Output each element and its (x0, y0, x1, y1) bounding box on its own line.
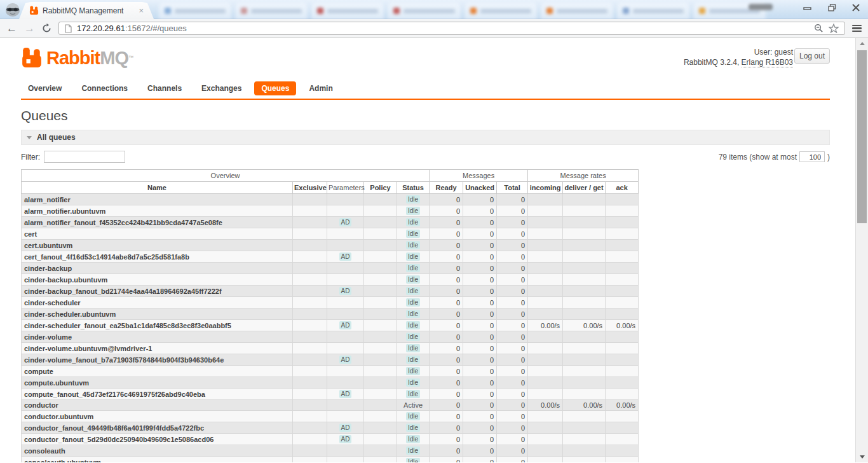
tab-exchanges[interactable]: Exchanges (194, 81, 248, 95)
unacked-cell: 0 (463, 240, 497, 251)
browser-menu-icon[interactable] (852, 25, 862, 32)
queue-name-cell[interactable]: conductor_fanout_5d29d0dc250940b49609c1e… (22, 434, 293, 445)
tab-overview[interactable]: Overview (21, 81, 69, 95)
auto-delete-badge: AD (339, 287, 352, 295)
idle-status-badge: Idle (406, 230, 420, 238)
background-tab[interactable] (311, 3, 384, 19)
restore-button[interactable] (825, 3, 839, 13)
address-bar[interactable]: 172.20.29.61:15672/#/queues (58, 22, 845, 35)
col-unacked[interactable]: Unacked (463, 182, 497, 194)
queue-name-cell[interactable]: alarm_notifier_fanout_f45352cc424b421bb9… (22, 217, 293, 228)
queue-name-cell[interactable]: conductor_fanout_49449fb48f6a401f99f4fdd… (22, 422, 293, 434)
background-tab[interactable] (617, 3, 689, 19)
all-queues-section-header[interactable]: All queues (21, 130, 830, 145)
background-tabs-blurred[interactable] (159, 3, 766, 19)
show-at-most-input[interactable] (799, 151, 825, 162)
browser-window: RabbitMQ Management × ← → (0, 0, 868, 462)
vertical-scrollbar[interactable] (855, 38, 868, 462)
zoom-indicator-icon[interactable] (814, 24, 824, 33)
queue-name-cell[interactable]: cinder-scheduler.ubuntuvm (22, 308, 293, 320)
unacked-cell: 0 (463, 389, 497, 400)
reload-button[interactable] (42, 24, 51, 33)
background-tab[interactable] (159, 3, 231, 19)
background-tab[interactable] (235, 3, 308, 19)
unacked-cell: 0 (463, 217, 497, 228)
queue-name-cell[interactable]: cinder-volume_fanout_b7a71903f5784844b90… (22, 354, 293, 366)
status-cell: Idle (397, 251, 430, 263)
queue-name-cell[interactable]: consoleauth.ubuntuvm (22, 457, 293, 463)
queue-name-cell[interactable]: cert (22, 228, 293, 240)
col-policy[interactable]: Policy (364, 182, 397, 194)
table-row: cinder-backupIdle000 (22, 263, 639, 274)
col-status[interactable]: Status (397, 182, 430, 194)
queue-name-cell[interactable]: cinder-scheduler (22, 297, 293, 308)
group-message-rates: Message rates (528, 170, 639, 182)
background-tab-title-blur (633, 9, 684, 13)
deliver-get-rate-cell (563, 434, 606, 445)
minimize-button[interactable] (801, 3, 815, 13)
collapse-triangle-icon[interactable] (27, 136, 32, 139)
exclusive-cell (293, 343, 327, 354)
policy-cell (364, 389, 397, 400)
parameters-cell: AD (327, 251, 364, 263)
ready-cell: 0 (430, 457, 463, 463)
queue-name-cell[interactable]: cinder-volume (22, 331, 293, 343)
col-incoming[interactable]: incoming (528, 182, 563, 194)
tab-connections[interactable]: Connections (74, 81, 135, 95)
idle-status-badge: Idle (406, 195, 420, 204)
queue-name-cell[interactable]: cinder-scheduler_fanout_ea25ba1c1daf485c… (22, 320, 293, 331)
queue-name-cell[interactable]: conductor.ubuntuvm (22, 411, 293, 422)
col-ack[interactable]: ack (606, 182, 639, 194)
bookmark-star-icon[interactable] (829, 24, 839, 33)
queue-name-cell[interactable]: cinder-backup.ubuntuvm (22, 274, 293, 286)
ready-cell: 0 (430, 331, 463, 343)
exclusive-cell (293, 320, 327, 331)
ack-rate-cell (606, 422, 639, 434)
policy-cell (364, 366, 397, 377)
col-name[interactable]: Name (22, 182, 293, 194)
col-total[interactable]: Total (497, 182, 528, 194)
queue-name-cell[interactable]: compute.ubuntuvm (22, 377, 293, 389)
background-tab[interactable] (541, 3, 613, 19)
queue-name-cell[interactable]: cinder-volume.ubuntuvm@lvmdriver-1 (22, 343, 293, 354)
rabbitmq-header: RabbitMQ™ User: guest RabbitMQ 3.2.4, Er… (21, 47, 830, 76)
close-window-button[interactable] (849, 3, 863, 13)
scrollbar-thumb[interactable] (857, 50, 867, 223)
policy-cell (364, 308, 397, 320)
col-ready[interactable]: Ready (430, 182, 463, 194)
queue-name-cell[interactable]: compute (22, 366, 293, 377)
erlang-version-link[interactable]: Erlang R16B03 (742, 58, 793, 67)
parameters-cell: AD (327, 217, 364, 228)
col-deliver-get[interactable]: deliver / get (563, 182, 606, 194)
queue-name-cell[interactable]: alarm_notifier.ubuntuvm (22, 205, 293, 217)
filter-input[interactable] (44, 151, 125, 163)
active-browser-tab[interactable]: RabbitMQ Management × (19, 2, 154, 19)
deliver-get-rate-cell (563, 389, 606, 400)
col-exclusive[interactable]: Exclusive (293, 182, 327, 194)
tab-close-icon[interactable]: × (139, 6, 144, 15)
page-document-icon[interactable] (65, 24, 72, 33)
scroll-up-arrow[interactable] (856, 38, 868, 49)
tab-queues[interactable]: Queues (254, 81, 296, 95)
url-text[interactable]: 172.20.29.61:15672/#/queues (77, 24, 809, 33)
parameters-cell: AD (327, 422, 364, 434)
back-button[interactable]: ← (6, 23, 17, 34)
queue-name-cell[interactable]: consoleauth (22, 445, 293, 457)
queue-name-cell[interactable]: conductor (22, 400, 293, 411)
unacked-cell: 0 (463, 354, 497, 366)
queue-name-cell[interactable]: cinder-backup (22, 263, 293, 274)
tab-admin[interactable]: Admin (302, 81, 339, 95)
queue-name-cell[interactable]: cinder-backup_fanout_bd21744e4aa44a18964… (22, 286, 293, 297)
queue-name-cell[interactable]: cert_fanout_4f16d53c14914abe8d7a5c25d581… (22, 251, 293, 263)
queue-name-cell[interactable]: cert.ubuntuvm (22, 240, 293, 251)
total-cell: 0 (497, 228, 528, 240)
auto-delete-badge: AD (339, 218, 352, 226)
tab-channels[interactable]: Channels (140, 81, 189, 95)
queue-name-cell[interactable]: compute_fanout_45d73ef2176c4691975f26abd… (22, 389, 293, 400)
queue-name-cell[interactable]: alarm_notifier (22, 194, 293, 205)
logout-button[interactable]: Log out (794, 48, 830, 64)
incoming-rate-cell: 0.00/s (528, 400, 563, 411)
background-tab[interactable] (388, 3, 460, 19)
background-tab[interactable] (465, 3, 537, 19)
scroll-down-arrow[interactable] (856, 452, 868, 462)
